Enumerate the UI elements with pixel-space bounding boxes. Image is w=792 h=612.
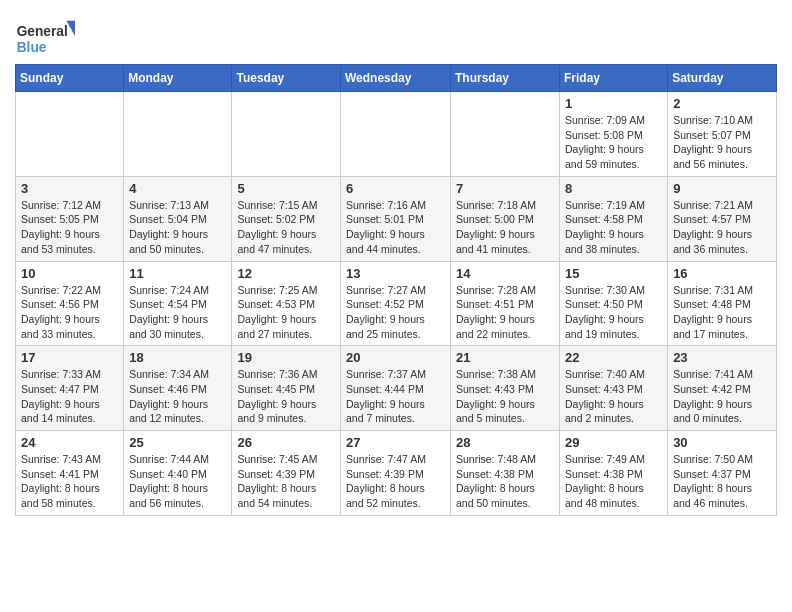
day-number: 22 <box>565 350 662 365</box>
day-number: 29 <box>565 435 662 450</box>
header-friday: Friday <box>560 65 668 92</box>
calendar-cell: 12Sunrise: 7:25 AM Sunset: 4:53 PM Dayli… <box>232 261 341 346</box>
header-tuesday: Tuesday <box>232 65 341 92</box>
day-info: Sunrise: 7:47 AM Sunset: 4:39 PM Dayligh… <box>346 452 445 511</box>
calendar-cell: 4Sunrise: 7:13 AM Sunset: 5:04 PM Daylig… <box>124 176 232 261</box>
calendar-table: SundayMondayTuesdayWednesdayThursdayFrid… <box>15 64 777 516</box>
calendar-cell: 6Sunrise: 7:16 AM Sunset: 5:01 PM Daylig… <box>341 176 451 261</box>
day-info: Sunrise: 7:45 AM Sunset: 4:39 PM Dayligh… <box>237 452 335 511</box>
header-sunday: Sunday <box>16 65 124 92</box>
day-info: Sunrise: 7:27 AM Sunset: 4:52 PM Dayligh… <box>346 283 445 342</box>
day-number: 19 <box>237 350 335 365</box>
calendar-cell: 24Sunrise: 7:43 AM Sunset: 4:41 PM Dayli… <box>16 431 124 516</box>
calendar-week-1: 1Sunrise: 7:09 AM Sunset: 5:08 PM Daylig… <box>16 92 777 177</box>
header-thursday: Thursday <box>451 65 560 92</box>
calendar-cell: 19Sunrise: 7:36 AM Sunset: 4:45 PM Dayli… <box>232 346 341 431</box>
day-number: 15 <box>565 266 662 281</box>
day-number: 1 <box>565 96 662 111</box>
day-number: 5 <box>237 181 335 196</box>
calendar-cell <box>16 92 124 177</box>
header-saturday: Saturday <box>668 65 777 92</box>
day-number: 16 <box>673 266 771 281</box>
calendar-cell: 30Sunrise: 7:50 AM Sunset: 4:37 PM Dayli… <box>668 431 777 516</box>
calendar-cell: 3Sunrise: 7:12 AM Sunset: 5:05 PM Daylig… <box>16 176 124 261</box>
calendar-cell: 28Sunrise: 7:48 AM Sunset: 4:38 PM Dayli… <box>451 431 560 516</box>
calendar-cell <box>451 92 560 177</box>
day-number: 4 <box>129 181 226 196</box>
day-info: Sunrise: 7:28 AM Sunset: 4:51 PM Dayligh… <box>456 283 554 342</box>
day-info: Sunrise: 7:48 AM Sunset: 4:38 PM Dayligh… <box>456 452 554 511</box>
calendar-cell <box>232 92 341 177</box>
calendar-cell: 9Sunrise: 7:21 AM Sunset: 4:57 PM Daylig… <box>668 176 777 261</box>
calendar-week-4: 17Sunrise: 7:33 AM Sunset: 4:47 PM Dayli… <box>16 346 777 431</box>
calendar-cell: 18Sunrise: 7:34 AM Sunset: 4:46 PM Dayli… <box>124 346 232 431</box>
day-number: 6 <box>346 181 445 196</box>
day-number: 25 <box>129 435 226 450</box>
day-info: Sunrise: 7:44 AM Sunset: 4:40 PM Dayligh… <box>129 452 226 511</box>
day-number: 23 <box>673 350 771 365</box>
day-number: 7 <box>456 181 554 196</box>
day-info: Sunrise: 7:24 AM Sunset: 4:54 PM Dayligh… <box>129 283 226 342</box>
calendar-week-3: 10Sunrise: 7:22 AM Sunset: 4:56 PM Dayli… <box>16 261 777 346</box>
svg-text:General: General <box>17 24 68 39</box>
page-header: General Blue <box>15 10 777 60</box>
day-info: Sunrise: 7:50 AM Sunset: 4:37 PM Dayligh… <box>673 452 771 511</box>
day-number: 27 <box>346 435 445 450</box>
calendar-cell: 7Sunrise: 7:18 AM Sunset: 5:00 PM Daylig… <box>451 176 560 261</box>
day-number: 8 <box>565 181 662 196</box>
day-number: 11 <box>129 266 226 281</box>
calendar-cell: 2Sunrise: 7:10 AM Sunset: 5:07 PM Daylig… <box>668 92 777 177</box>
calendar-cell: 13Sunrise: 7:27 AM Sunset: 4:52 PM Dayli… <box>341 261 451 346</box>
header-wednesday: Wednesday <box>341 65 451 92</box>
calendar-cell: 8Sunrise: 7:19 AM Sunset: 4:58 PM Daylig… <box>560 176 668 261</box>
calendar-cell: 20Sunrise: 7:37 AM Sunset: 4:44 PM Dayli… <box>341 346 451 431</box>
day-info: Sunrise: 7:38 AM Sunset: 4:43 PM Dayligh… <box>456 367 554 426</box>
day-info: Sunrise: 7:34 AM Sunset: 4:46 PM Dayligh… <box>129 367 226 426</box>
day-number: 14 <box>456 266 554 281</box>
calendar-cell: 27Sunrise: 7:47 AM Sunset: 4:39 PM Dayli… <box>341 431 451 516</box>
calendar-cell: 1Sunrise: 7:09 AM Sunset: 5:08 PM Daylig… <box>560 92 668 177</box>
day-info: Sunrise: 7:25 AM Sunset: 4:53 PM Dayligh… <box>237 283 335 342</box>
day-info: Sunrise: 7:41 AM Sunset: 4:42 PM Dayligh… <box>673 367 771 426</box>
day-number: 2 <box>673 96 771 111</box>
logo-svg: General Blue <box>15 16 75 60</box>
calendar-cell: 21Sunrise: 7:38 AM Sunset: 4:43 PM Dayli… <box>451 346 560 431</box>
day-number: 13 <box>346 266 445 281</box>
calendar-cell: 11Sunrise: 7:24 AM Sunset: 4:54 PM Dayli… <box>124 261 232 346</box>
calendar-cell: 16Sunrise: 7:31 AM Sunset: 4:48 PM Dayli… <box>668 261 777 346</box>
day-info: Sunrise: 7:21 AM Sunset: 4:57 PM Dayligh… <box>673 198 771 257</box>
day-info: Sunrise: 7:13 AM Sunset: 5:04 PM Dayligh… <box>129 198 226 257</box>
day-info: Sunrise: 7:18 AM Sunset: 5:00 PM Dayligh… <box>456 198 554 257</box>
calendar-cell: 25Sunrise: 7:44 AM Sunset: 4:40 PM Dayli… <box>124 431 232 516</box>
day-info: Sunrise: 7:10 AM Sunset: 5:07 PM Dayligh… <box>673 113 771 172</box>
day-info: Sunrise: 7:43 AM Sunset: 4:41 PM Dayligh… <box>21 452 118 511</box>
day-info: Sunrise: 7:16 AM Sunset: 5:01 PM Dayligh… <box>346 198 445 257</box>
day-info: Sunrise: 7:31 AM Sunset: 4:48 PM Dayligh… <box>673 283 771 342</box>
day-info: Sunrise: 7:49 AM Sunset: 4:38 PM Dayligh… <box>565 452 662 511</box>
calendar-cell: 14Sunrise: 7:28 AM Sunset: 4:51 PM Dayli… <box>451 261 560 346</box>
header-monday: Monday <box>124 65 232 92</box>
day-info: Sunrise: 7:36 AM Sunset: 4:45 PM Dayligh… <box>237 367 335 426</box>
day-number: 26 <box>237 435 335 450</box>
day-number: 12 <box>237 266 335 281</box>
calendar-cell: 22Sunrise: 7:40 AM Sunset: 4:43 PM Dayli… <box>560 346 668 431</box>
calendar-cell <box>341 92 451 177</box>
day-number: 10 <box>21 266 118 281</box>
calendar-week-2: 3Sunrise: 7:12 AM Sunset: 5:05 PM Daylig… <box>16 176 777 261</box>
day-number: 28 <box>456 435 554 450</box>
svg-text:Blue: Blue <box>17 40 47 55</box>
logo: General Blue <box>15 16 75 60</box>
day-info: Sunrise: 7:30 AM Sunset: 4:50 PM Dayligh… <box>565 283 662 342</box>
calendar-cell: 15Sunrise: 7:30 AM Sunset: 4:50 PM Dayli… <box>560 261 668 346</box>
calendar-cell: 26Sunrise: 7:45 AM Sunset: 4:39 PM Dayli… <box>232 431 341 516</box>
day-number: 9 <box>673 181 771 196</box>
day-number: 30 <box>673 435 771 450</box>
calendar-cell: 29Sunrise: 7:49 AM Sunset: 4:38 PM Dayli… <box>560 431 668 516</box>
day-number: 18 <box>129 350 226 365</box>
calendar-cell <box>124 92 232 177</box>
calendar-cell: 17Sunrise: 7:33 AM Sunset: 4:47 PM Dayli… <box>16 346 124 431</box>
day-info: Sunrise: 7:37 AM Sunset: 4:44 PM Dayligh… <box>346 367 445 426</box>
day-info: Sunrise: 7:19 AM Sunset: 4:58 PM Dayligh… <box>565 198 662 257</box>
day-info: Sunrise: 7:40 AM Sunset: 4:43 PM Dayligh… <box>565 367 662 426</box>
calendar-week-5: 24Sunrise: 7:43 AM Sunset: 4:41 PM Dayli… <box>16 431 777 516</box>
